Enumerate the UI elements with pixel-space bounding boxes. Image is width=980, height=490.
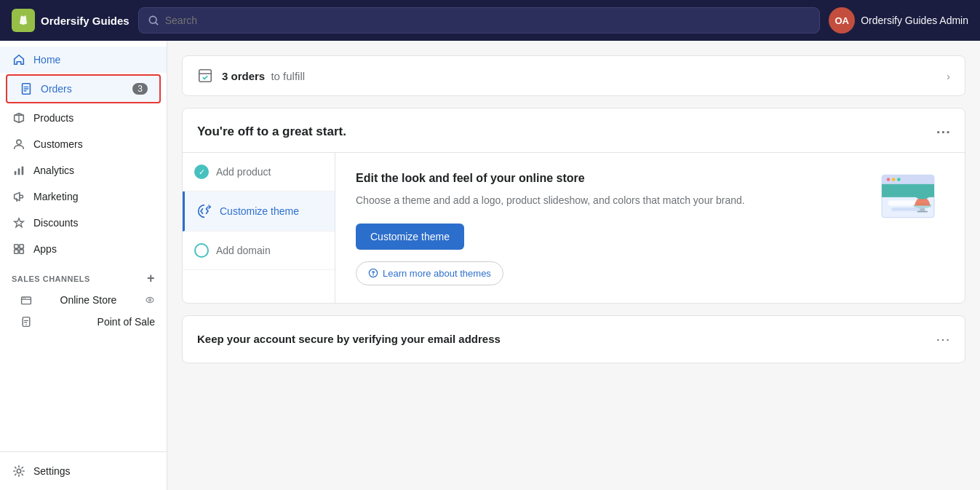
svg-point-25 <box>897 178 901 181</box>
discounts-icon <box>12 216 26 230</box>
theme-illustration <box>872 170 944 229</box>
sidebar-label-discounts: Discounts <box>33 217 78 229</box>
customize-theme-button[interactable]: Customize theme <box>356 224 464 250</box>
sidebar-item-orders-wrapper: Orders 3 <box>0 73 167 105</box>
great-start-title: You're off to a great start. <box>197 125 346 139</box>
svg-rect-4 <box>18 168 20 175</box>
great-start-header: You're off to a great start. ⋯ <box>183 108 965 141</box>
svg-point-16 <box>25 324 27 325</box>
avatar[interactable]: OA <box>829 7 855 33</box>
orders-banner-card[interactable]: 3 orders to fulfill › <box>182 55 965 96</box>
step-content: Edit the look and feel of your online st… <box>335 153 965 303</box>
sidebar-item-analytics[interactable]: Analytics <box>0 157 167 183</box>
svg-point-24 <box>892 178 896 181</box>
sidebar-bottom: Settings <box>0 451 167 490</box>
svg-rect-18 <box>199 70 212 82</box>
add-sales-channel-icon[interactable]: + <box>147 271 155 286</box>
online-store-label: Online Store <box>60 294 117 306</box>
online-store-icon <box>20 294 32 306</box>
orders-banner: 3 orders to fulfill › <box>183 56 965 95</box>
svg-point-30 <box>916 194 929 199</box>
steps-list: ✓ Add product <box>183 153 335 303</box>
admin-name: Ordersify Guides Admin <box>861 15 968 26</box>
header-right: OA Ordersify Guides Admin <box>829 7 968 33</box>
step-customize-theme[interactable]: Customize theme <box>183 191 335 232</box>
secure-card-title: Keep your account secure by verifying yo… <box>197 333 501 345</box>
orders-banner-arrow: › <box>947 70 950 82</box>
customers-icon <box>12 137 26 151</box>
great-start-menu-icon[interactable]: ⋯ <box>936 123 950 141</box>
eye-icon[interactable] <box>145 295 155 305</box>
svg-rect-5 <box>22 167 24 175</box>
point-of-sale-label: Point of Sale <box>97 316 155 328</box>
step-add-domain[interactable]: Add domain <box>183 232 335 270</box>
great-start-body: ✓ Add product <box>183 152 965 303</box>
svg-point-17 <box>17 469 20 473</box>
step-add-product[interactable]: ✓ Add product <box>183 153 335 191</box>
svg-point-13 <box>146 298 154 303</box>
sidebar-label-products: Products <box>33 112 73 124</box>
step-customize-label: Customize theme <box>220 205 299 217</box>
brand-name: Ordersify Guides <box>41 15 130 27</box>
search-bar[interactable] <box>138 7 820 33</box>
help-circle-icon <box>368 268 378 278</box>
step-content-description: Choose a theme and add a logo, product s… <box>356 192 857 208</box>
secure-account-card: Keep your account secure by verifying yo… <box>182 315 965 363</box>
learn-more-button[interactable]: Learn more about themes <box>356 261 503 285</box>
svg-rect-22 <box>882 180 934 183</box>
step-add-domain-label: Add domain <box>216 245 271 256</box>
logo[interactable]: Ordersify Guides <box>12 9 130 32</box>
svg-point-14 <box>149 299 151 301</box>
great-start-card: You're off to a great start. ⋯ ✓ Add pro… <box>182 108 965 304</box>
svg-rect-8 <box>15 250 18 253</box>
step-customize-icon <box>196 203 212 219</box>
step-content-title: Edit the look and feel of your online st… <box>356 170 857 186</box>
svg-rect-32 <box>917 211 928 213</box>
sidebar-item-marketing[interactable]: Marketing <box>0 183 167 210</box>
svg-point-11 <box>23 298 23 299</box>
sidebar-item-orders[interactable]: Orders 3 <box>6 74 161 103</box>
header: Ordersify Guides OA Ordersify Guides Adm… <box>0 0 980 41</box>
sidebar-label-settings: Settings <box>33 465 71 477</box>
secure-card-content: Keep your account secure by verifying yo… <box>183 316 965 363</box>
sidebar-item-online-store[interactable]: Online Store <box>0 289 167 311</box>
step-check-empty <box>194 243 209 258</box>
shopify-logo-icon <box>12 9 35 32</box>
search-icon <box>148 15 159 26</box>
svg-point-23 <box>887 178 891 181</box>
sidebar-label-analytics: Analytics <box>33 165 74 176</box>
sidebar-nav: Home Orders 3 <box>0 41 167 339</box>
sales-channels-header: SALES CHANNELS + <box>0 262 167 289</box>
home-icon <box>12 52 26 67</box>
sidebar-item-settings[interactable]: Settings <box>0 458 167 484</box>
orders-fulfill-icon <box>197 68 213 84</box>
marketing-icon <box>12 189 26 204</box>
point-of-sale-icon <box>20 316 32 328</box>
sidebar-item-home[interactable]: Home <box>0 47 167 73</box>
settings-icon <box>12 464 26 478</box>
sidebar-item-apps[interactable]: Apps <box>0 236 167 262</box>
step-add-product-label: Add product <box>216 166 271 178</box>
svg-rect-7 <box>20 245 23 248</box>
secure-card-menu-icon[interactable]: ⋯ <box>936 331 950 348</box>
main-content: 3 orders to fulfill › You're off to a gr… <box>167 41 980 490</box>
step-text: Edit the look and feel of your online st… <box>356 170 857 285</box>
svg-rect-3 <box>15 171 17 175</box>
sidebar-item-discounts[interactable]: Discounts <box>0 210 167 236</box>
orders-count: 3 orders to fulfill <box>222 70 305 82</box>
sidebar-item-products[interactable]: Products <box>0 105 167 131</box>
products-icon <box>12 111 26 125</box>
search-input[interactable] <box>165 15 810 26</box>
orders-icon <box>19 82 33 96</box>
apps-icon <box>12 242 26 256</box>
orders-badge: 3 <box>132 83 148 95</box>
svg-rect-9 <box>20 250 23 253</box>
sidebar-item-customers[interactable]: Customers <box>0 131 167 157</box>
sidebar-item-point-of-sale[interactable]: Point of Sale <box>0 311 167 333</box>
sidebar-label-marketing: Marketing <box>33 191 78 202</box>
layout: Home Orders 3 <box>0 41 980 490</box>
sidebar-label-apps: Apps <box>33 243 57 255</box>
sidebar: Home Orders 3 <box>0 41 167 490</box>
svg-rect-31 <box>920 208 925 211</box>
sidebar-label-customers: Customers <box>33 138 83 150</box>
